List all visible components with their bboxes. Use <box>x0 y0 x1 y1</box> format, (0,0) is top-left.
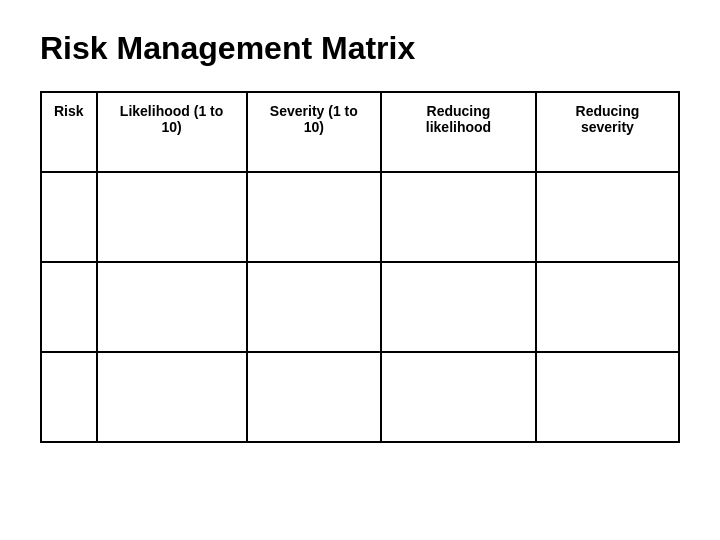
page-title: Risk Management Matrix <box>40 30 680 67</box>
cell-reducing-likelihood-1[interactable] <box>381 172 536 262</box>
cell-likelihood-2[interactable] <box>97 262 247 352</box>
cell-likelihood-1[interactable] <box>97 172 247 262</box>
col-header-likelihood: Likelihood (1 to 10) <box>97 92 247 172</box>
cell-reducing-severity-1[interactable] <box>536 172 679 262</box>
col-header-reducing-likelihood: Reducing likelihood <box>381 92 536 172</box>
cell-risk-1[interactable] <box>41 172 97 262</box>
col-header-risk: Risk <box>41 92 97 172</box>
cell-severity-1[interactable] <box>247 172 381 262</box>
cell-severity-3[interactable] <box>247 352 381 442</box>
cell-likelihood-3[interactable] <box>97 352 247 442</box>
col-header-severity: Severity (1 to 10) <box>247 92 381 172</box>
table-row <box>41 352 679 442</box>
table-header-row: Risk Likelihood (1 to 10) Severity (1 to… <box>41 92 679 172</box>
cell-reducing-likelihood-2[interactable] <box>381 262 536 352</box>
risk-matrix-table: Risk Likelihood (1 to 10) Severity (1 to… <box>40 91 680 443</box>
cell-risk-2[interactable] <box>41 262 97 352</box>
cell-risk-3[interactable] <box>41 352 97 442</box>
table-row <box>41 262 679 352</box>
table-row <box>41 172 679 262</box>
cell-severity-2[interactable] <box>247 262 381 352</box>
cell-reducing-severity-2[interactable] <box>536 262 679 352</box>
cell-reducing-severity-3[interactable] <box>536 352 679 442</box>
cell-reducing-likelihood-3[interactable] <box>381 352 536 442</box>
col-header-reducing-severity: Reducing severity <box>536 92 679 172</box>
